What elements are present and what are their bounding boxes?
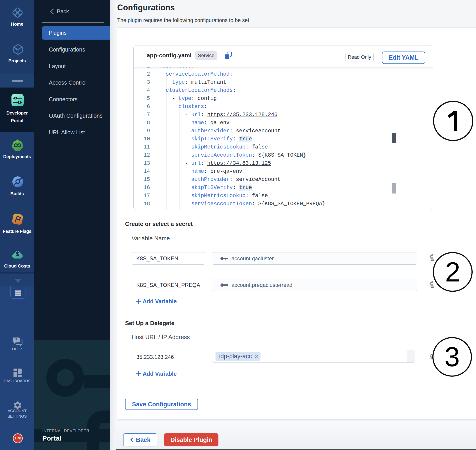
svg-text:?: ?	[15, 338, 17, 342]
